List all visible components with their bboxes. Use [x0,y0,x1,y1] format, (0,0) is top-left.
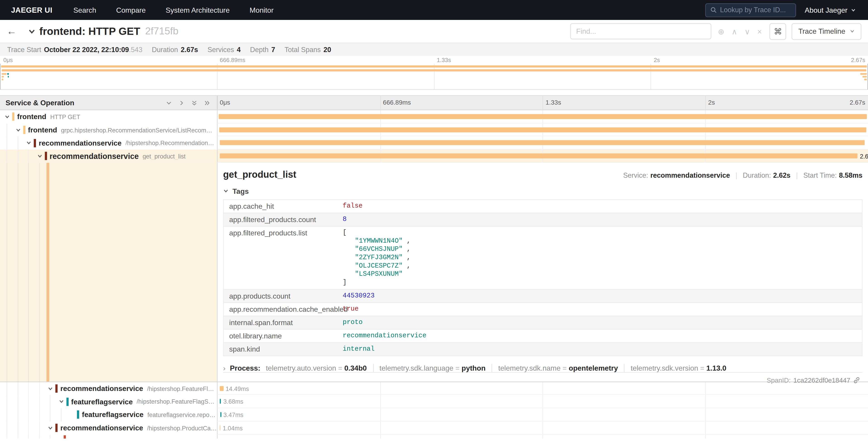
tag-key: app.recommendation.cache_enabled [223,303,337,316]
tag-row[interactable]: span.kindinternal [223,343,862,355]
tag-row[interactable]: otel.library.namerecommendationservice [223,329,862,343]
span-row[interactable]: featureflagservicefeatureflagservice.rep… [0,408,868,421]
span-row[interactable]: recommendationservice/hipstershop.Featur… [0,382,868,395]
span-bar[interactable] [220,425,221,430]
next-match-icon[interactable]: ∨ [744,27,750,35]
span-bar[interactable] [219,140,865,145]
span-bar[interactable] [219,114,867,119]
chevron-down-icon[interactable] [45,421,56,435]
span-row-timeline[interactable] [217,123,868,137]
nav-item-system-architecture[interactable]: System Architecture [156,0,240,20]
span-row[interactable]: frontendgrpc.hipstershop.RecommendationS… [0,123,868,137]
span-bar[interactable] [220,412,221,417]
timeline-tick-label: 2s [708,99,715,106]
trace-view-selector[interactable]: Trace Timeline [792,23,862,40]
span-bar[interactable] [219,127,866,132]
prev-match-icon[interactable]: ∧ [732,27,737,35]
minimap-span-bar [1,65,867,68]
collapse-trace-chevron-icon[interactable] [28,27,36,35]
clear-search-icon[interactable]: × [757,27,762,35]
tag-row[interactable]: internal.span.formatproto [223,316,862,329]
span-row-timeline[interactable]: 14.49ms [217,382,868,395]
minimap-ticks: 0μs666.89ms1.33s2s2.67s [0,56,868,64]
find-controls: ⊕∧∨× [718,27,762,35]
tag-value: 44530923 [337,290,862,302]
span-row-left: frontendHTTP GET [0,110,217,123]
indent-guide [2,382,13,395]
summary-item: Duration2.67s [152,46,198,53]
indent-guide [24,382,35,395]
minimap-canvas[interactable] [0,64,868,90]
span-row[interactable]: featureflagservice/hipstershop.FeatureFl… [0,395,868,408]
collapse-all-icon[interactable] [191,99,197,106]
indent-guide [2,137,13,150]
trace-id-search-input[interactable] [720,6,791,14]
indent-guide [24,395,35,408]
span-row-timeline[interactable]: 2.62s [217,150,868,163]
find-input[interactable] [570,23,711,39]
tag-row[interactable]: app.filtered_products.count8 [223,213,862,226]
chevron-down-icon[interactable] [13,123,23,137]
span-rows-above: frontendHTTP GETfrontendgrpc.hipstershop… [0,110,868,163]
expand-all-icon[interactable] [204,99,210,106]
span-row-timeline[interactable]: 3.68ms [217,395,868,408]
tag-row[interactable]: app.cache_hitfalse [223,200,862,213]
span-duration-label: 14.49ms [226,385,249,392]
tag-key: otel.library.name [223,329,337,342]
selected-span-indent-stripe [46,163,49,381]
indent-guide [24,408,35,421]
indent-guide [18,435,18,438]
nav-item-search[interactable]: Search [63,0,106,20]
minimap-span-bar [1,73,6,75]
summary-item: Depth7 [250,46,275,53]
span-row-timeline[interactable] [217,137,868,150]
minimap-span-bar [7,76,9,78]
back-button[interactable]: ← [6,26,23,37]
span-row-timeline[interactable]: 3.47ms [217,408,868,421]
expand-one-icon[interactable] [178,99,185,106]
indent-guide [24,421,35,435]
minimap-span-bar [1,76,4,78]
nav-item-compare[interactable]: Compare [106,0,156,20]
zoom-icon[interactable]: ⊕ [718,27,724,35]
chevron-down-icon[interactable] [2,110,12,123]
span-row-timeline[interactable]: 1.04ms [217,421,868,435]
about-jaeger-menu[interactable]: About Jaeger [805,6,856,14]
tag-row[interactable]: app.recommendation.cache_enabledtrue [223,303,862,316]
duration-value: 2.62s [773,172,790,179]
process-accordion[interactable]: › Process: telemetry.auto.version = 0.34… [223,364,863,372]
chevron-down-icon[interactable] [45,382,56,395]
chevron-down-icon[interactable] [35,150,44,163]
about-jaeger-label: About Jaeger [805,6,847,14]
chevron-down-icon[interactable] [24,137,34,150]
service-color-chip [77,411,79,419]
span-row[interactable]: recommendationserviceget_product_list2.6… [0,150,868,163]
nav-item-monitor[interactable]: Monitor [240,0,283,20]
collapse-one-icon[interactable] [165,99,172,106]
span-row-left: frontendgrpc.hipstershop.RecommendationS… [0,123,217,137]
span-operation-title: get_product_list [223,169,623,180]
app-logo[interactable]: JAEGER UI [0,6,63,14]
tag-row[interactable]: app.filtered_products.list["1YMWWN1N4O" … [223,226,862,290]
span-row-timeline[interactable] [217,110,868,123]
tag-value: internal [337,343,862,355]
service-color-chip [56,384,58,393]
keyboard-shortcuts-button[interactable]: ⌘ [770,23,786,40]
span-row[interactable]: recommendationservice/hipstershop.Recomm… [0,137,868,150]
tag-row[interactable]: app.products.count44530923 [223,290,862,303]
summary-label: Services [208,46,234,53]
trace-title: frontend: HTTP GET [39,25,140,37]
process-items: telemetry.auto.version = 0.34b0telemetry… [262,364,733,372]
span-detail-titlebar: get_product_list Service:recommendations… [223,169,863,180]
trace-view-label: Trace Timeline [798,27,845,35]
span-bar[interactable] [220,399,221,404]
span-bar[interactable] [220,153,858,158]
trace-id-search[interactable] [705,3,796,17]
summary-value: 7 [271,46,275,53]
span-row[interactable]: frontendHTTP GET [0,110,868,123]
chevron-down-icon[interactable] [56,395,66,408]
summary-value: 2.67s [181,46,198,53]
span-row[interactable]: recommendationservice/hipstershop.Produc… [0,421,868,435]
span-bar[interactable] [220,386,223,391]
tags-accordion-toggle[interactable]: Tags [223,187,863,195]
